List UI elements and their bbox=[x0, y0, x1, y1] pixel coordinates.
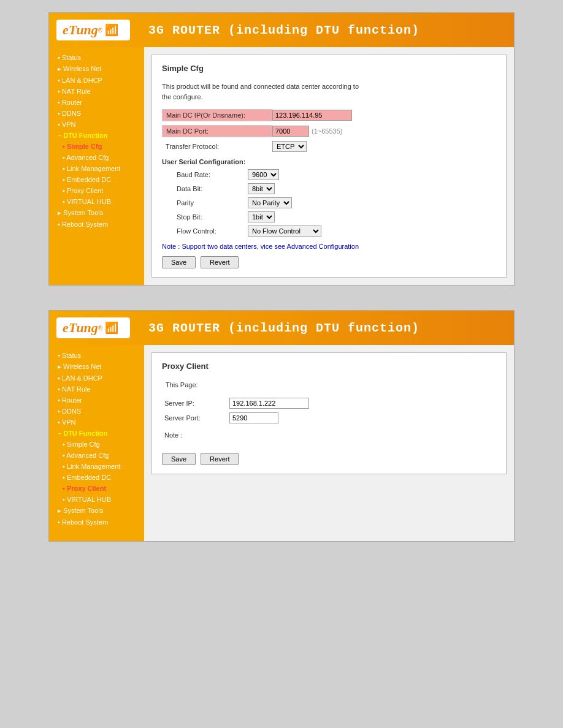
logo-area-1: eTung ® 📶 bbox=[56, 20, 130, 40]
content-area-2: Proxy Client This Page: Server IP: Serve… bbox=[144, 345, 514, 541]
dc-ip-input[interactable] bbox=[272, 110, 352, 121]
config-box-1: Simple Cfg This product will be found an… bbox=[151, 55, 507, 278]
sidebar-item-dtu-1[interactable]: – DTU Function bbox=[49, 130, 144, 141]
signal-icon-1: 📶 bbox=[105, 23, 118, 37]
dc-port-input[interactable] bbox=[272, 126, 309, 137]
sidebar-item-reboot-2[interactable]: Reboot System bbox=[49, 517, 144, 528]
serverport-label: Server Port: bbox=[162, 412, 229, 423]
form-row-protocol: Transfer Protocol: ETCP bbox=[162, 141, 496, 152]
note-text-1: Note : Support two data centers, vice se… bbox=[162, 243, 496, 250]
sidebar-item-simplecfg-1[interactable]: • Simple Cfg bbox=[49, 141, 144, 152]
sidebar-item-router-1[interactable]: Router bbox=[49, 97, 144, 108]
sidebar-item-embeddeddc-1[interactable]: • Embedded DC bbox=[49, 174, 144, 185]
sidebar-item-router-2[interactable]: Router bbox=[49, 395, 144, 406]
body-area-2: Status Wireless Net LAN & DHCP NAT Rule … bbox=[49, 345, 514, 541]
header-1: eTung ® 📶 3G ROUTER (including DTU funct… bbox=[49, 13, 514, 47]
sidebar-item-vpn-2[interactable]: VPN bbox=[49, 417, 144, 428]
sidebar-item-embeddeddc-2[interactable]: • Embedded DC bbox=[49, 472, 144, 483]
form-row-flowcontrol: Flow Control: No Flow Control bbox=[174, 226, 496, 237]
form-row-databit: Data Bit: 8bit bbox=[174, 183, 496, 194]
stopbit-label: Stop Bit: bbox=[174, 212, 248, 222]
sidebar-item-advancedcfg-2[interactable]: • Advanced Cfg bbox=[49, 450, 144, 461]
sidebar-item-nat-1[interactable]: NAT Rule bbox=[49, 86, 144, 97]
form-row-serverip: Server IP: bbox=[162, 398, 496, 409]
form-row-note: Note : bbox=[162, 430, 496, 441]
sidebar-item-lan-1[interactable]: LAN & DHCP bbox=[49, 75, 144, 86]
dc-ip-label: Main DC IP(Or Dnsname): bbox=[162, 109, 272, 121]
sidebar-item-virtualhub-1[interactable]: • VIRTUAL HUB bbox=[49, 196, 144, 207]
form-row-parity: Parity No Parity bbox=[174, 197, 496, 208]
parity-select[interactable]: No Parity bbox=[248, 197, 292, 208]
dc-port-label: Main DC Port: bbox=[162, 125, 272, 137]
sidebar-item-advancedcfg-1[interactable]: • Advanced Cfg bbox=[49, 152, 144, 163]
sidebar-item-proxyclient-1[interactable]: • Proxy Client bbox=[49, 185, 144, 196]
sidebar-item-ddns-1[interactable]: DDNS bbox=[49, 108, 144, 119]
sidebar-item-virtualhub-2[interactable]: • VIRTUAL HUB bbox=[49, 494, 144, 505]
sidebar-item-lan-2[interactable]: LAN & DHCP bbox=[49, 373, 144, 384]
sidebar-item-wireless-1[interactable]: Wireless Net bbox=[49, 63, 144, 75]
revert-button-1[interactable]: Revert bbox=[201, 256, 239, 268]
header-title-1: 3G ROUTER (including DTU function) bbox=[148, 23, 419, 37]
logo-area-2: eTung ® 📶 bbox=[56, 317, 130, 338]
box-title-1: Simple Cfg bbox=[162, 64, 496, 75]
protocol-select[interactable]: ETCP bbox=[272, 141, 307, 152]
form-row-serverport: Server Port: bbox=[162, 412, 496, 423]
sidebar-item-systemtools-1[interactable]: System Tools bbox=[49, 207, 144, 219]
config-box-2: Proxy Client This Page: Server IP: Serve… bbox=[151, 352, 507, 474]
logo-text-2: eTung bbox=[63, 320, 98, 336]
info-text-1: This product will be found and connected… bbox=[162, 82, 496, 102]
serverip-input[interactable] bbox=[229, 398, 309, 409]
save-button-1[interactable]: Save bbox=[162, 256, 196, 268]
button-row-1: Save Revert bbox=[162, 256, 496, 268]
sidebar-item-linkmgmt-2[interactable]: • Link Management bbox=[49, 461, 144, 472]
button-row-2: Save Revert bbox=[162, 453, 496, 465]
sidebar-item-vpn-1[interactable]: VPN bbox=[49, 119, 144, 130]
user-serial-header: User Serial Configuration: bbox=[162, 158, 496, 165]
sidebar-item-ddns-2[interactable]: DDNS bbox=[49, 406, 144, 417]
thispage-label: This Page: bbox=[162, 379, 272, 390]
baud-label: Baud Rate: bbox=[174, 170, 248, 180]
form-row-baud: Baud Rate: 9600 bbox=[174, 169, 496, 180]
header-2: eTung ® 📶 3G ROUTER (including DTU funct… bbox=[49, 311, 514, 345]
signal-icon-2: 📶 bbox=[105, 321, 118, 335]
dc-port-hint: (1~65535) bbox=[312, 127, 342, 135]
note-label-2: Note : bbox=[162, 430, 229, 441]
protocol-label: Transfer Protocol: bbox=[162, 141, 272, 152]
sidebar-item-reboot-1[interactable]: Reboot System bbox=[49, 219, 144, 230]
sidebar-item-systemtools-2[interactable]: System Tools bbox=[49, 505, 144, 517]
form-row-dc-ip: Main DC IP(Or Dnsname): bbox=[162, 109, 496, 121]
header-title-2: 3G ROUTER (including DTU function) bbox=[148, 321, 419, 335]
databit-label: Data Bit: bbox=[174, 184, 248, 194]
sidebar-item-dtu-2[interactable]: – DTU Function bbox=[49, 428, 144, 439]
logo-text-1: eTung bbox=[63, 22, 98, 38]
sidebar-1: Status Wireless Net LAN & DHCP NAT Rule … bbox=[49, 47, 144, 285]
box-title-2: Proxy Client bbox=[162, 362, 496, 373]
panel-2: eTung ® 📶 3G ROUTER (including DTU funct… bbox=[48, 310, 515, 542]
form-row-stopbit: Stop Bit: 1bit bbox=[174, 211, 496, 222]
flowcontrol-select[interactable]: No Flow Control bbox=[248, 226, 321, 237]
sidebar-item-linkmgmt-1[interactable]: • Link Management bbox=[49, 163, 144, 174]
baud-select[interactable]: 9600 bbox=[248, 169, 279, 180]
save-button-2[interactable]: Save bbox=[162, 453, 196, 465]
panel-1: eTung ® 📶 3G ROUTER (including DTU funct… bbox=[48, 12, 515, 286]
sidebar-item-status-1[interactable]: Status bbox=[49, 52, 144, 63]
sidebar-item-wireless-2[interactable]: Wireless Net bbox=[49, 361, 144, 373]
form-row-thispage: This Page: bbox=[162, 379, 496, 390]
databit-select[interactable]: 8bit bbox=[248, 183, 275, 194]
sidebar-item-status-2[interactable]: Status bbox=[49, 350, 144, 361]
logo-reg-1: ® bbox=[98, 27, 102, 34]
form-row-dc-port: Main DC Port: (1~65535) bbox=[162, 125, 496, 137]
serverport-input[interactable] bbox=[229, 412, 278, 423]
serverip-label: Server IP: bbox=[162, 398, 229, 409]
sidebar-2: Status Wireless Net LAN & DHCP NAT Rule … bbox=[49, 345, 144, 541]
sidebar-item-proxyclient-2[interactable]: • Proxy Client bbox=[49, 483, 144, 494]
content-area-1: Simple Cfg This product will be found an… bbox=[144, 47, 514, 285]
body-area-1: Status Wireless Net LAN & DHCP NAT Rule … bbox=[49, 47, 514, 285]
logo-reg-2: ® bbox=[98, 325, 102, 332]
sidebar-item-simplecfg-2[interactable]: • Simple Cfg bbox=[49, 439, 144, 450]
revert-button-2[interactable]: Revert bbox=[201, 453, 239, 465]
parity-label: Parity bbox=[174, 198, 248, 208]
flowcontrol-label: Flow Control: bbox=[174, 226, 248, 236]
stopbit-select[interactable]: 1bit bbox=[248, 211, 275, 222]
sidebar-item-nat-2[interactable]: NAT Rule bbox=[49, 384, 144, 395]
